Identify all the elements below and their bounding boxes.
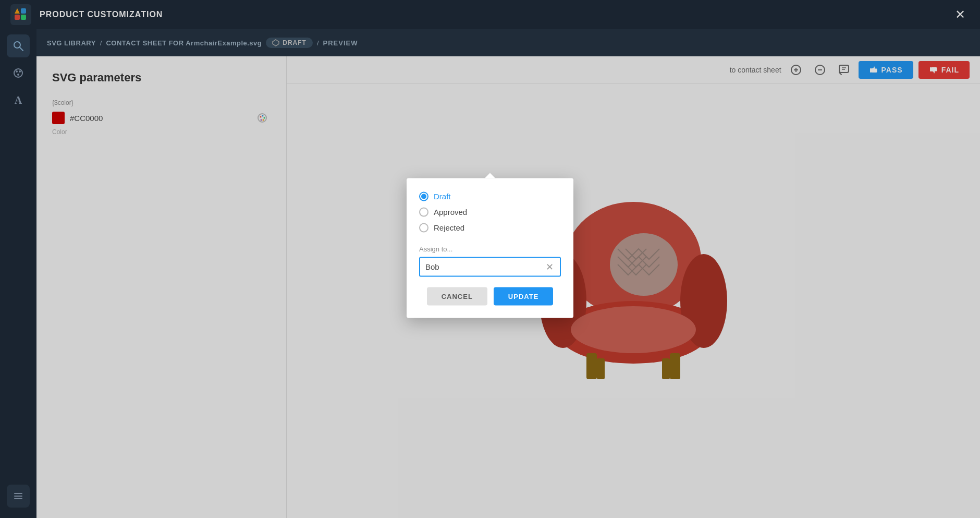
assign-clear-button[interactable]: ✕ (545, 261, 555, 272)
update-button[interactable]: UPDATE (494, 287, 553, 305)
radio-circle-rejected (419, 223, 428, 232)
dialog-actions: CANCEL UPDATE (419, 287, 561, 305)
radio-label-approved: Approved (434, 208, 467, 216)
radio-label-draft: Draft (434, 192, 451, 201)
radio-label-rejected: Rejected (434, 223, 464, 232)
assign-label: Assign to... (419, 245, 561, 252)
radio-circle-draft (419, 191, 428, 201)
radio-item-rejected[interactable]: Rejected (419, 220, 561, 235)
radio-circle-approved (419, 207, 428, 216)
cancel-button[interactable]: CANCEL (427, 287, 487, 305)
assign-input[interactable] (425, 262, 545, 271)
status-dialog: Draft Approved Rejected Assign to... ✕ C… (407, 178, 573, 318)
radio-item-draft[interactable]: Draft (419, 188, 561, 204)
radio-item-approved[interactable]: Approved (419, 204, 561, 220)
radio-group: Draft Approved Rejected (419, 188, 561, 235)
assign-input-row: ✕ (419, 257, 561, 276)
